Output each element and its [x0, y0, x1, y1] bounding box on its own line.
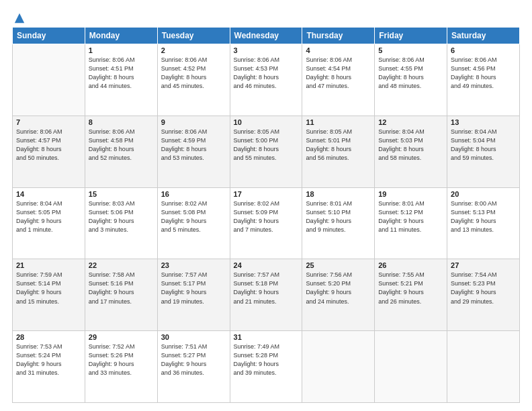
day-number: 11 — [306, 118, 371, 126]
day-info: Sunrise: 7:56 AMSunset: 5:20 PMDaylight:… — [306, 271, 371, 306]
day-number: 23 — [161, 261, 226, 269]
calendar-cell: 13Sunrise: 8:04 AMSunset: 5:04 PMDayligh… — [447, 116, 520, 187]
day-info: Sunrise: 7:58 AMSunset: 5:16 PMDaylight:… — [89, 271, 154, 306]
day-number: 7 — [16, 118, 81, 126]
day-info: Sunrise: 7:57 AMSunset: 5:18 PMDaylight:… — [234, 271, 299, 306]
calendar-cell: 19Sunrise: 8:01 AMSunset: 5:12 PMDayligh… — [375, 187, 447, 259]
day-number: 24 — [234, 261, 299, 269]
calendar-cell: 6Sunrise: 8:06 AMSunset: 4:56 PMDaylight… — [447, 44, 520, 116]
day-number: 16 — [161, 190, 226, 198]
day-number: 21 — [16, 261, 81, 269]
week-row-2: 14Sunrise: 8:04 AMSunset: 5:05 PMDayligh… — [13, 187, 520, 259]
day-number: 28 — [16, 333, 81, 341]
calendar-cell: 30Sunrise: 7:51 AMSunset: 5:27 PMDayligh… — [157, 331, 230, 403]
calendar-cell: 18Sunrise: 8:01 AMSunset: 5:10 PMDayligh… — [302, 187, 375, 259]
day-info: Sunrise: 7:51 AMSunset: 5:27 PMDaylight:… — [161, 342, 226, 377]
weekday-row: SundayMondayTuesdayWednesdayThursdayFrid… — [13, 28, 520, 44]
day-number: 29 — [89, 333, 154, 341]
calendar-cell — [302, 331, 375, 403]
calendar-cell: 29Sunrise: 7:52 AMSunset: 5:26 PMDayligh… — [85, 331, 157, 403]
weekday-header-tuesday: Tuesday — [157, 28, 230, 44]
calendar-cell: 7Sunrise: 8:06 AMSunset: 4:57 PMDaylight… — [13, 116, 85, 187]
day-number: 19 — [378, 190, 443, 198]
day-info: Sunrise: 8:06 AMSunset: 4:57 PMDaylight:… — [16, 128, 81, 163]
calendar-cell: 4Sunrise: 8:06 AMSunset: 4:54 PMDaylight… — [302, 44, 375, 116]
day-number: 2 — [161, 46, 226, 54]
calendar-cell: 8Sunrise: 8:06 AMSunset: 4:58 PMDaylight… — [85, 116, 157, 187]
calendar-header: SundayMondayTuesdayWednesdayThursdayFrid… — [13, 28, 520, 44]
calendar-cell: 31Sunrise: 7:49 AMSunset: 5:28 PMDayligh… — [230, 331, 302, 403]
day-info: Sunrise: 7:52 AMSunset: 5:26 PMDaylight:… — [89, 342, 154, 377]
calendar-cell: 23Sunrise: 7:57 AMSunset: 5:17 PMDayligh… — [157, 259, 230, 331]
logo — [12, 12, 26, 21]
day-number: 14 — [16, 190, 81, 198]
svg-marker-0 — [15, 13, 24, 23]
calendar-cell — [13, 44, 85, 116]
day-number: 22 — [89, 261, 154, 269]
day-info: Sunrise: 8:06 AMSunset: 4:51 PMDaylight:… — [89, 56, 154, 91]
calendar-cell: 3Sunrise: 8:06 AMSunset: 4:53 PMDaylight… — [230, 44, 302, 116]
calendar-cell: 26Sunrise: 7:55 AMSunset: 5:21 PMDayligh… — [375, 259, 447, 331]
calendar-cell — [375, 331, 447, 403]
calendar-cell: 1Sunrise: 8:06 AMSunset: 4:51 PMDaylight… — [85, 44, 157, 116]
day-info: Sunrise: 8:02 AMSunset: 5:08 PMDaylight:… — [161, 199, 226, 234]
day-info: Sunrise: 8:06 AMSunset: 4:58 PMDaylight:… — [89, 128, 154, 163]
calendar-cell: 9Sunrise: 8:06 AMSunset: 4:59 PMDaylight… — [157, 116, 230, 187]
calendar-cell: 20Sunrise: 8:00 AMSunset: 5:13 PMDayligh… — [447, 187, 520, 259]
day-number: 5 — [378, 46, 443, 54]
calendar-cell: 11Sunrise: 8:05 AMSunset: 5:01 PMDayligh… — [302, 116, 375, 187]
day-number: 10 — [234, 118, 299, 126]
day-number: 4 — [306, 46, 371, 54]
day-info: Sunrise: 7:49 AMSunset: 5:28 PMDaylight:… — [234, 342, 299, 377]
day-number: 17 — [234, 190, 299, 198]
week-row-1: 7Sunrise: 8:06 AMSunset: 4:57 PMDaylight… — [13, 116, 520, 187]
header — [12, 12, 520, 21]
day-number: 3 — [234, 46, 299, 54]
day-number: 12 — [378, 118, 443, 126]
day-number: 9 — [161, 118, 226, 126]
day-number: 30 — [161, 333, 226, 341]
calendar-cell: 16Sunrise: 8:02 AMSunset: 5:08 PMDayligh… — [157, 187, 230, 259]
day-info: Sunrise: 8:05 AMSunset: 5:01 PMDaylight:… — [306, 128, 371, 163]
calendar-table: SundayMondayTuesdayWednesdayThursdayFrid… — [12, 27, 520, 403]
weekday-header-saturday: Saturday — [447, 28, 520, 44]
day-number: 25 — [306, 261, 371, 269]
calendar-cell: 25Sunrise: 7:56 AMSunset: 5:20 PMDayligh… — [302, 259, 375, 331]
day-number: 20 — [451, 190, 516, 198]
day-info: Sunrise: 8:06 AMSunset: 4:56 PMDaylight:… — [451, 56, 516, 91]
day-info: Sunrise: 8:06 AMSunset: 4:52 PMDaylight:… — [161, 56, 226, 91]
calendar-cell: 22Sunrise: 7:58 AMSunset: 5:16 PMDayligh… — [85, 259, 157, 331]
logo-icon — [13, 12, 26, 24]
calendar-cell: 27Sunrise: 7:54 AMSunset: 5:23 PMDayligh… — [447, 259, 520, 331]
day-number: 26 — [378, 261, 443, 269]
day-info: Sunrise: 8:01 AMSunset: 5:12 PMDaylight:… — [378, 199, 443, 234]
calendar-cell: 5Sunrise: 8:06 AMSunset: 4:55 PMDaylight… — [375, 44, 447, 116]
day-number: 15 — [89, 190, 154, 198]
day-info: Sunrise: 8:04 AMSunset: 5:03 PMDaylight:… — [378, 128, 443, 163]
calendar-cell: 17Sunrise: 8:02 AMSunset: 5:09 PMDayligh… — [230, 187, 302, 259]
day-number: 8 — [89, 118, 154, 126]
calendar-cell: 14Sunrise: 8:04 AMSunset: 5:05 PMDayligh… — [13, 187, 85, 259]
calendar-body: 1Sunrise: 8:06 AMSunset: 4:51 PMDaylight… — [13, 44, 520, 403]
day-info: Sunrise: 8:01 AMSunset: 5:10 PMDaylight:… — [306, 199, 371, 234]
calendar-cell: 24Sunrise: 7:57 AMSunset: 5:18 PMDayligh… — [230, 259, 302, 331]
week-row-0: 1Sunrise: 8:06 AMSunset: 4:51 PMDaylight… — [13, 44, 520, 116]
weekday-header-sunday: Sunday — [13, 28, 85, 44]
calendar-cell: 21Sunrise: 7:59 AMSunset: 5:14 PMDayligh… — [13, 259, 85, 331]
day-number: 1 — [89, 46, 154, 54]
day-number: 18 — [306, 190, 371, 198]
calendar-cell: 10Sunrise: 8:05 AMSunset: 5:00 PMDayligh… — [230, 116, 302, 187]
day-info: Sunrise: 7:57 AMSunset: 5:17 PMDaylight:… — [161, 271, 226, 306]
week-row-4: 28Sunrise: 7:53 AMSunset: 5:24 PMDayligh… — [13, 331, 520, 403]
day-number: 6 — [451, 46, 516, 54]
day-number: 27 — [451, 261, 516, 269]
calendar-cell: 15Sunrise: 8:03 AMSunset: 5:06 PMDayligh… — [85, 187, 157, 259]
calendar-cell: 2Sunrise: 8:06 AMSunset: 4:52 PMDaylight… — [157, 44, 230, 116]
day-info: Sunrise: 8:03 AMSunset: 5:06 PMDaylight:… — [89, 199, 154, 234]
logo-text — [12, 12, 26, 24]
weekday-header-monday: Monday — [85, 28, 157, 44]
day-info: Sunrise: 8:00 AMSunset: 5:13 PMDaylight:… — [451, 199, 516, 234]
weekday-header-wednesday: Wednesday — [230, 28, 302, 44]
weekday-header-friday: Friday — [375, 28, 447, 44]
weekday-header-thursday: Thursday — [302, 28, 375, 44]
